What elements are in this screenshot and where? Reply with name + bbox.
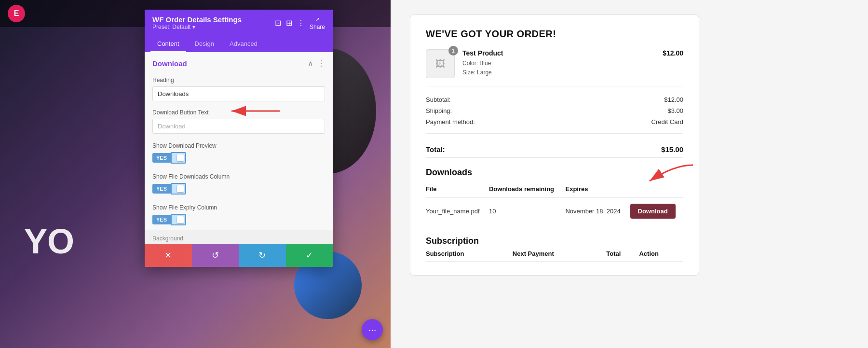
background-label: Background	[145, 230, 333, 244]
panel-more-icon[interactable]: ⋮	[297, 18, 305, 28]
show-expiry-label: Show File Expiry Column	[152, 204, 325, 211]
expiry-date: November 18, 2024	[565, 198, 630, 225]
product-name: Test Product	[462, 49, 655, 57]
tab-advanced[interactable]: Advanced	[223, 36, 264, 52]
shipping-value: $3.00	[667, 107, 683, 114]
tab-content[interactable]: Content	[150, 36, 186, 52]
subtotal-value: $12.00	[664, 96, 683, 103]
downloads-table: File Downloads remaining Expires Your_fi…	[426, 185, 683, 224]
summary-rows: Subtotal: $12.00 Shipping: $3.00 Payment…	[426, 94, 683, 134]
sub-col-action: Action	[639, 250, 683, 262]
save-button[interactable]: ✓	[286, 244, 333, 267]
show-column-toggle-row: Show File Downloads Column YES	[145, 168, 333, 199]
product-price: $12.00	[663, 49, 683, 57]
heading-label: Heading	[152, 77, 325, 84]
toggle-thumb2[interactable]	[171, 183, 186, 195]
panel-header-left: WF Order Details Settings Preset: Defaul…	[152, 15, 242, 30]
subscription-table-header: Subscription Next Payment Total Action	[426, 250, 683, 262]
toggle-thumb[interactable]	[171, 152, 186, 164]
subscription-section: Subscription Subscription Next Payment T…	[426, 236, 683, 262]
color-value: Blue	[479, 60, 491, 67]
payment-label: Payment method:	[426, 118, 475, 125]
section-controls: ∧ ⋮	[308, 59, 325, 68]
panel-expand-icon[interactable]: ⊞	[286, 18, 292, 28]
download-action-cell: Download	[630, 198, 683, 225]
panel-header-right: ⊡ ⊞ ⋮ ↗ Share	[275, 16, 325, 30]
tab-design[interactable]: Design	[188, 36, 221, 52]
total-row: Total: $15.00	[426, 141, 683, 158]
subtotal-row: Subtotal: $12.00	[426, 94, 683, 105]
size-label: Size:	[462, 69, 475, 76]
panel-header: WF Order Details Settings Preset: Defaul…	[145, 10, 333, 36]
heading-input[interactable]	[152, 86, 325, 101]
shipping-label: Shipping:	[426, 107, 452, 114]
subtotal-label: Subtotal:	[426, 96, 450, 103]
panel-preset[interactable]: Preset: Default ▾	[152, 24, 242, 30]
product-info: Test Product Color: Blue Size: Large	[462, 49, 655, 77]
panel-responsive-icon[interactable]: ⊡	[275, 18, 281, 28]
show-column-toggle[interactable]: YES	[152, 183, 325, 195]
toggle-yes-label: YES	[152, 153, 171, 163]
sub-col-next: Next Payment	[513, 250, 607, 262]
show-expiry-toggle-row: Show File Expiry Column YES	[145, 199, 333, 230]
product-image-icon: 🖼	[435, 58, 445, 70]
panel-content: Download ∧ ⋮ Heading Download Button Tex…	[145, 52, 333, 244]
color-label: Color:	[462, 60, 478, 67]
arrow-to-heading	[227, 104, 285, 120]
toggle-yes-label2: YES	[152, 184, 171, 194]
order-title: WE'VE GOT YOUR ORDER!	[426, 28, 683, 40]
share-icon: ↗	[315, 16, 320, 23]
show-preview-toggle-row: Show Download Preview YES	[145, 138, 333, 168]
order-card: WE'VE GOT YOUR ORDER! 🖼 1 Test Product C…	[410, 14, 699, 276]
product-image: 🖼 1	[426, 49, 455, 78]
product-row: 🖼 1 Test Product Color: Blue Size: Large…	[426, 49, 683, 86]
subscription-heading: Subscription	[426, 236, 683, 246]
payment-value: Credit Card	[651, 118, 683, 125]
show-expiry-toggle[interactable]: YES	[152, 214, 325, 225]
floating-menu-button[interactable]: ···	[362, 319, 383, 340]
product-badge: 1	[448, 46, 458, 56]
show-preview-label: Show Download Preview	[152, 142, 325, 149]
cancel-button[interactable]: ✕	[145, 244, 192, 267]
show-column-label: Show File Downloads Column	[152, 173, 325, 180]
subscription-table: Subscription Next Payment Total Action	[426, 250, 683, 262]
bg-text: YO	[24, 222, 74, 261]
redo-button[interactable]: ↻	[239, 244, 286, 267]
elementor-logo: E	[8, 5, 25, 22]
shipping-row: Shipping: $3.00	[426, 105, 683, 116]
settings-panel: WF Order Details Settings Preset: Defaul…	[145, 10, 333, 267]
panel-tabs: Content Design Advanced	[145, 36, 333, 52]
col-expires: Expires	[565, 185, 630, 198]
undo-button[interactable]: ↺	[192, 244, 239, 267]
button-text-input[interactable]	[152, 119, 325, 134]
arrow-to-downloads	[635, 163, 698, 189]
panel-title: WF Order Details Settings	[152, 15, 242, 24]
col-remaining: Downloads remaining	[489, 185, 566, 198]
total-label: Total:	[426, 145, 445, 153]
show-preview-toggle[interactable]: YES	[152, 152, 325, 164]
panel-actions: ✕ ↺ ↻ ✓	[145, 244, 333, 267]
heading-field-group: Heading	[145, 73, 333, 105]
panel-share-button[interactable]: ↗ Share	[310, 16, 325, 30]
payment-row: Payment method: Credit Card	[426, 116, 683, 127]
size-value: Large	[477, 69, 492, 76]
total-value: $15.00	[661, 145, 683, 153]
right-panel: WE'VE GOT YOUR ORDER! 🖼 1 Test Product C…	[391, 0, 868, 348]
section-collapse-icon[interactable]: ∧	[308, 59, 313, 68]
sub-col-subscription: Subscription	[426, 250, 513, 262]
download-button[interactable]: Download	[630, 204, 676, 219]
toggle-thumb3[interactable]	[171, 214, 186, 225]
sub-col-total: Total	[606, 250, 639, 262]
downloads-remaining: 10	[489, 198, 566, 225]
section-title: Download	[152, 59, 187, 68]
toggle-yes-label3: YES	[152, 215, 171, 224]
col-file: File	[426, 185, 489, 198]
downloads-section: Downloads File Downloads remaining Expir…	[426, 167, 683, 224]
table-row: Your_file_name.pdf 10 November 18, 2024 …	[426, 198, 683, 225]
product-meta: Color: Blue Size: Large	[462, 59, 655, 77]
section-header: Download ∧ ⋮	[145, 52, 333, 73]
editor-area: E YO x WF Order Details Settings Preset:…	[0, 0, 391, 348]
section-more-icon[interactable]: ⋮	[317, 59, 325, 68]
file-name: Your_file_name.pdf	[426, 198, 489, 225]
